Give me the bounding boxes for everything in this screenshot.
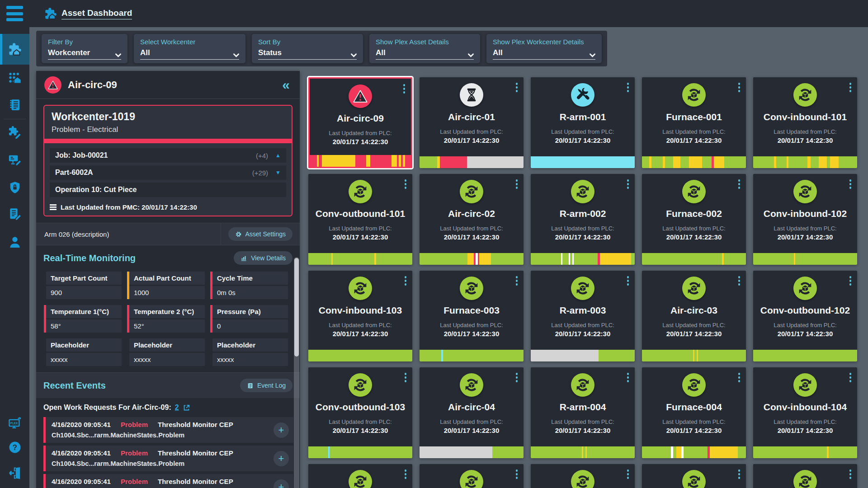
asset-card-air-circ-04[interactable]: Air-circ-04 Last Updated from PLC: 20/01… xyxy=(420,367,524,458)
kebab-menu-icon[interactable] xyxy=(848,468,853,480)
sidebar-item-workcenter-editor[interactable] xyxy=(0,150,29,169)
panel-scrollbar-thumb[interactable] xyxy=(294,258,299,357)
kebab-menu-icon[interactable] xyxy=(514,81,519,94)
sidebar-item-asset-editor[interactable] xyxy=(0,122,29,142)
view-details-button[interactable]: View Details xyxy=(234,251,292,265)
sidebar-item-user[interactable] xyxy=(0,232,29,252)
sidebar-item-help[interactable]: ? xyxy=(0,437,29,457)
kebab-menu-icon[interactable] xyxy=(403,468,408,480)
kebab-menu-icon[interactable] xyxy=(403,178,408,190)
collapse-panel-icon[interactable]: « xyxy=(280,78,292,92)
asset-card-r-arm-001[interactable]: R-arm-001 Last Updated from PLC: 20/01/1… xyxy=(531,77,635,168)
job-row[interactable]: Job: Job-00021 (+4) ▲ xyxy=(50,148,286,163)
asset-card-furnace-001[interactable]: Furnace-001 Last Updated from PLC: 20/01… xyxy=(642,77,746,168)
asset-card-conv-inbound-102[interactable]: Conv-inbound-102 Last Updated from PLC: … xyxy=(753,174,857,265)
menu-icon[interactable] xyxy=(6,6,23,21)
filter-select[interactable]: Sort By Status xyxy=(252,34,363,63)
kebab-menu-icon[interactable] xyxy=(737,468,742,480)
asset-card-updated-label: Last Updated from PLC: xyxy=(642,128,746,135)
kebab-menu-icon[interactable] xyxy=(737,275,742,287)
open-work-requests-link[interactable]: 2 xyxy=(175,404,179,412)
sidebar-item-security[interactable] xyxy=(0,178,29,197)
chevron-down-icon xyxy=(590,53,595,57)
event-detail: Ch1004.Sbc...rarm.MachineStates.Problem xyxy=(52,432,268,439)
asset-card[interactable] xyxy=(753,464,857,488)
sidebar-item-form-editor[interactable] xyxy=(0,204,29,224)
running-status-icon xyxy=(571,373,594,397)
asset-card-air-circ-09[interactable]: Air-circ-09 Last Updated from PLC: 20/01… xyxy=(308,77,412,168)
event-add-button[interactable]: + xyxy=(274,479,289,488)
chevron-up-icon[interactable]: ▲ xyxy=(275,152,281,159)
open-work-requests-label: Open Work Requests For Air-Circ-09: xyxy=(43,404,171,412)
sidebar-item-event-log[interactable] xyxy=(0,95,29,115)
asset-card-name: Conv-inbound-104 xyxy=(753,402,857,413)
asset-card-conv-inbound-103[interactable]: Conv-inbound-103 Last Updated from PLC: … xyxy=(308,271,412,361)
asset-card-air-circ-03[interactable]: Air-circ-03 Last Updated from PLC: 20/01… xyxy=(642,271,746,361)
page-title[interactable]: Asset Dashboard xyxy=(61,8,132,19)
kebab-menu-icon[interactable] xyxy=(402,83,407,95)
asset-card-r-arm-002[interactable]: R-arm-002 Last Updated from PLC: 20/01/1… xyxy=(531,174,635,265)
running-status-icon xyxy=(793,373,817,397)
asset-card-furnace-002[interactable]: Furnace-002 Last Updated from PLC: 20/01… xyxy=(642,174,746,265)
filter-select[interactable]: Show Plex Workcenter Details All xyxy=(486,34,602,63)
event-log-button[interactable]: Event Log xyxy=(240,379,292,392)
asset-card-name: Air-circ-03 xyxy=(642,305,746,316)
asset-card-conv-outbound-103[interactable]: Conv-outbound-103 Last Updated from PLC:… xyxy=(308,367,412,458)
event-add-button[interactable]: + xyxy=(274,451,289,466)
kebab-menu-icon[interactable] xyxy=(848,178,853,190)
filter-select[interactable]: Select Workcenter All xyxy=(134,34,245,63)
kebab-menu-icon[interactable] xyxy=(514,178,519,190)
kebab-menu-icon[interactable] xyxy=(848,81,853,94)
asset-card[interactable] xyxy=(642,464,746,488)
sidebar-item-workcenter-dashboard[interactable] xyxy=(0,68,29,88)
metric-label: Temperature 2 (°C) xyxy=(129,305,205,318)
kebab-menu-icon[interactable] xyxy=(737,371,742,384)
asset-card-name: Furnace-003 xyxy=(420,305,524,316)
asset-card-furnace-004[interactable]: Furnace-004 Last Updated from PLC: 20/01… xyxy=(642,367,746,458)
asset-card[interactable] xyxy=(531,464,635,488)
asset-card-updated-label: Last Updated from PLC: xyxy=(642,322,746,328)
kebab-menu-icon[interactable] xyxy=(403,275,408,287)
kebab-menu-icon[interactable] xyxy=(848,275,853,287)
asset-card-furnace-003[interactable]: Furnace-003 Last Updated from PLC: 20/01… xyxy=(420,271,524,361)
filter-select[interactable]: Filter By Workcenter xyxy=(42,34,127,63)
sidebar-item-logout[interactable] xyxy=(0,463,29,483)
chevron-down-icon[interactable]: ▼ xyxy=(275,169,281,176)
asset-card-air-circ-02[interactable]: Air-circ-02 Last Updated from PLC: 20/01… xyxy=(420,174,524,265)
kebab-menu-icon[interactable] xyxy=(737,81,742,94)
asset-card-conv-outbound-101[interactable]: Conv-outbound-101 Last Updated from PLC:… xyxy=(308,174,412,265)
kebab-menu-icon[interactable] xyxy=(403,371,408,384)
asset-card-r-arm-003[interactable]: R-arm-003 Last Updated from PLC: 20/01/1… xyxy=(531,271,635,361)
kebab-menu-icon[interactable] xyxy=(737,178,742,190)
kebab-menu-icon[interactable] xyxy=(514,468,519,480)
asset-status-timeline xyxy=(753,446,857,458)
metric-label: Target Part Count xyxy=(46,272,122,285)
kebab-menu-icon[interactable] xyxy=(514,371,519,384)
external-link-icon[interactable] xyxy=(183,404,190,412)
asset-card-r-arm-004[interactable]: R-arm-004 Last Updated from PLC: 20/01/1… xyxy=(531,367,635,458)
asset-card-conv-outbound-102[interactable]: Conv-outbound-102 Last Updated from PLC:… xyxy=(753,271,857,361)
kebab-menu-icon[interactable] xyxy=(848,371,853,384)
kebab-menu-icon[interactable] xyxy=(514,275,519,287)
kebab-menu-icon[interactable] xyxy=(626,468,631,480)
kebab-menu-icon[interactable] xyxy=(626,178,631,190)
filter-value: All xyxy=(493,48,503,57)
asset-settings-button[interactable]: Asset Settings xyxy=(228,227,293,241)
asset-card-air-circ-01[interactable]: Air-circ-01 Last Updated from PLC: 20/01… xyxy=(420,77,524,168)
asset-card-conv-inbound-104[interactable]: Conv-inbound-104 Last Updated from PLC: … xyxy=(753,367,857,458)
asset-card-conv-inbound-101[interactable]: Conv-inbound-101 Last Updated from PLC: … xyxy=(753,77,857,168)
kebab-menu-icon[interactable] xyxy=(626,275,631,287)
running-status-icon xyxy=(682,83,706,107)
sidebar-item-asset-dashboard[interactable] xyxy=(0,34,29,65)
sidebar-item-plex-portal[interactable]: PLEX xyxy=(0,413,29,432)
filter-label: Filter By xyxy=(48,38,121,46)
kebab-menu-icon[interactable] xyxy=(626,81,631,94)
workcenter-editor-icon xyxy=(8,153,22,166)
running-status-icon xyxy=(349,277,372,300)
event-add-button[interactable]: + xyxy=(274,422,289,438)
kebab-menu-icon[interactable] xyxy=(626,371,631,384)
asset-card[interactable] xyxy=(308,464,412,488)
filter-select[interactable]: Show Plex Asset Details All xyxy=(369,34,480,63)
asset-card[interactable] xyxy=(420,464,524,488)
part-row[interactable]: Part-6002A (+29) ▼ xyxy=(50,165,286,180)
